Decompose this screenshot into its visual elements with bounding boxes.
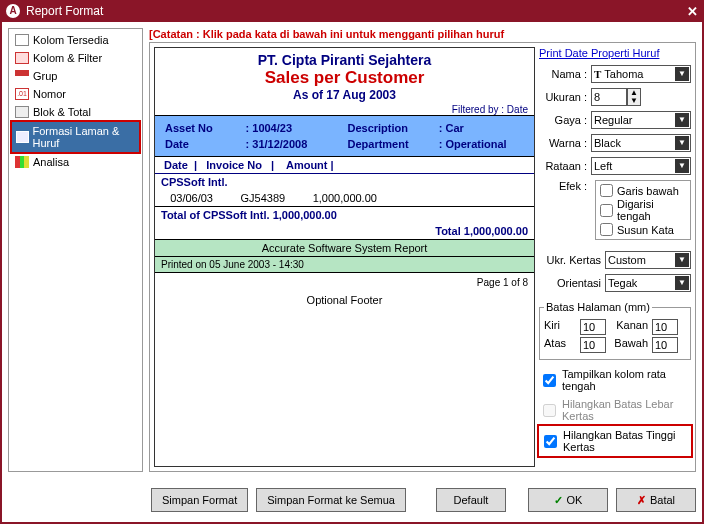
margin-top-input[interactable] bbox=[580, 337, 606, 353]
margin-bottom-input[interactable] bbox=[652, 337, 678, 353]
sidebar-item-kolom-tersedia[interactable]: Kolom Tersedia bbox=[11, 31, 140, 49]
cb-underline[interactable] bbox=[600, 184, 613, 197]
properties-title: Print Date Properti Huruf bbox=[539, 47, 691, 59]
data-row[interactable]: 03/06/03 GJ54389 1,000,000.00 bbox=[155, 190, 534, 206]
titlebar: A Report Format ✕ bbox=[0, 0, 704, 22]
save-format-button[interactable]: Simpan Format bbox=[151, 488, 248, 512]
asset-block[interactable]: Asset No: 1004/23 Description: Car Date:… bbox=[155, 115, 534, 157]
system-footer[interactable]: Accurate Software System Report bbox=[155, 239, 534, 257]
report-preview: PT. Cipta Piranti Sejahtera Sales per Cu… bbox=[154, 47, 535, 467]
cb-center-cols[interactable] bbox=[543, 374, 556, 387]
app-icon: A bbox=[6, 4, 20, 18]
properties-panel: Print Date Properti Huruf Nama :TTahoma … bbox=[535, 43, 695, 471]
sidebar-item-grup[interactable]: Grup bbox=[11, 67, 140, 85]
default-button[interactable]: Default bbox=[436, 488, 506, 512]
warning-text: [Catatan : Klik pada kata di bawah ini u… bbox=[149, 28, 696, 40]
group-row[interactable]: CPSSoft Intl. bbox=[155, 174, 534, 190]
cb-hide-height[interactable] bbox=[544, 435, 557, 448]
columns-header[interactable]: Date | Invoice No | Amount | bbox=[155, 157, 534, 174]
window-title: Report Format bbox=[26, 4, 103, 18]
cb-strike[interactable] bbox=[600, 204, 613, 217]
cb-hide-width bbox=[543, 404, 556, 417]
font-name-select[interactable]: TTahoma bbox=[591, 65, 691, 83]
printed-row[interactable]: Printed on 05 June 2003 - 14:30 bbox=[155, 257, 534, 273]
font-color-select[interactable]: Black bbox=[591, 134, 691, 152]
total-row[interactable]: Total 1,000,000.00 bbox=[155, 223, 534, 239]
paper-size-select[interactable]: Custom bbox=[605, 251, 691, 269]
margin-fieldset: Batas Halaman (mm) KiriKanan AtasBawah bbox=[539, 301, 691, 360]
sidebar: Kolom Tersedia Kolom & Filter Grup .01No… bbox=[8, 28, 143, 472]
size-spinner[interactable]: ▲▼ bbox=[627, 88, 641, 106]
save-all-button[interactable]: Simpan Format ke Semua bbox=[256, 488, 406, 512]
sidebar-item-blok-total[interactable]: Blok & Total bbox=[11, 103, 140, 121]
preview-filter[interactable]: Filtered by : Date bbox=[155, 104, 534, 115]
optional-footer[interactable]: Optional Footer bbox=[155, 292, 534, 308]
sidebar-item-analisa[interactable]: Analisa bbox=[11, 153, 140, 171]
cb-wrap[interactable] bbox=[600, 223, 613, 236]
orientation-select[interactable]: Tegak bbox=[605, 274, 691, 292]
margin-left-input[interactable] bbox=[580, 319, 606, 335]
group-total-row[interactable]: Total of CPSSoft Intl. 1,000,000.00 bbox=[155, 206, 534, 223]
preview-asof[interactable]: As of 17 Aug 2003 bbox=[155, 88, 534, 102]
preview-title[interactable]: Sales per Customer bbox=[155, 68, 534, 88]
sidebar-item-nomor[interactable]: .01Nomor bbox=[11, 85, 140, 103]
margin-right-input[interactable] bbox=[652, 319, 678, 335]
sidebar-item-formasi-laman[interactable]: Formasi Laman & Huruf bbox=[10, 120, 141, 154]
button-bar: Simpan Format Simpan Format ke Semua Def… bbox=[8, 488, 696, 512]
align-select[interactable]: Left bbox=[591, 157, 691, 175]
close-icon[interactable]: ✕ bbox=[687, 4, 698, 19]
effects-box: Garis bawah Digarisi tengah Susun Kata bbox=[595, 180, 691, 240]
preview-company[interactable]: PT. Cipta Piranti Sejahtera bbox=[155, 52, 534, 68]
font-size-input[interactable] bbox=[591, 88, 627, 106]
font-style-select[interactable]: Regular bbox=[591, 111, 691, 129]
ok-button[interactable]: OK bbox=[528, 488, 608, 512]
page-of[interactable]: Page 1 of 8 bbox=[155, 273, 534, 292]
sidebar-item-kolom-filter[interactable]: Kolom & Filter bbox=[11, 49, 140, 67]
cancel-button[interactable]: Batal bbox=[616, 488, 696, 512]
